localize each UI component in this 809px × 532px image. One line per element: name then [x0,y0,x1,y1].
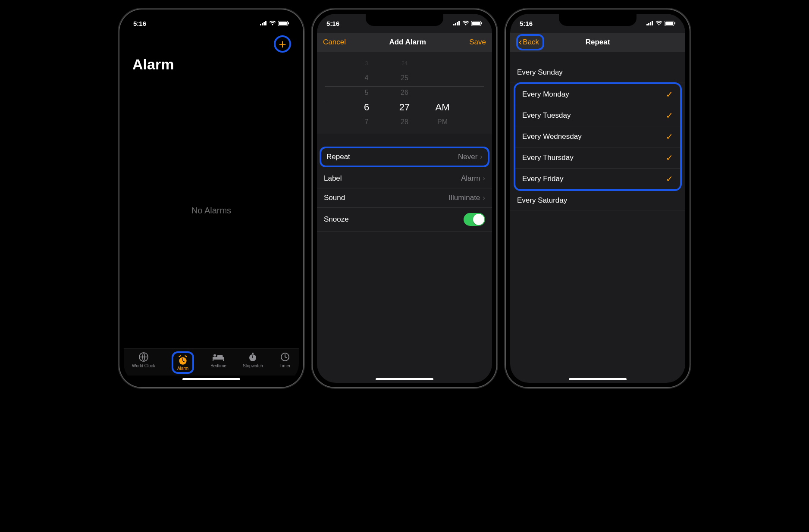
svg-rect-17 [665,22,673,25]
row-label-value: Alarm [461,174,480,183]
battery-icon [278,21,289,26]
picker-ampm-selected[interactable]: AM [431,102,454,113]
row-repeat-label: Repeat [326,153,350,161]
day-row-saturday[interactable]: Every Saturday [510,191,685,210]
svg-rect-14 [472,22,480,25]
notch [172,14,250,26]
svg-rect-18 [674,22,675,25]
day-label: Every Saturday [517,196,567,205]
save-button[interactable]: Save [469,38,486,47]
status-time: 5:16 [326,20,339,27]
svg-rect-9 [223,360,224,361]
home-indicator[interactable] [376,378,433,380]
cellular-signal-icon [646,21,653,25]
cellular-signal-icon [453,21,460,25]
phone-frame-3: 5:16 ‹ Back Re [505,9,690,388]
annotation-highlight-weekdays: Every Monday ✓ Every Tuesday ✓ Every Wed… [514,82,682,191]
tab-label: Timer [279,363,290,368]
nav-bar: Cancel Add Alarm Save [317,33,492,52]
home-indicator[interactable] [182,378,240,380]
phone-frame-1: 5:16 ＋ Alarm No Alarms [119,9,304,388]
row-label[interactable]: Label Alarm › [317,169,492,188]
chevron-right-icon: › [480,153,483,161]
battery-icon [471,21,483,26]
page-title: Alarm [124,53,299,73]
svg-rect-6 [213,354,216,357]
annotation-highlight-back: ‹ Back [516,34,544,50]
tab-bedtime[interactable]: Bedtime [210,351,226,374]
notch [366,14,443,26]
row-snooze: Snooze [317,208,492,232]
day-row-wednesday[interactable]: Every Wednesday ✓ [515,126,680,147]
status-time: 5:16 [520,20,533,27]
row-snooze-label: Snooze [324,215,349,224]
svg-rect-2 [288,22,289,25]
day-label: Every Wednesday [522,132,582,141]
picker-minute-selected[interactable]: 27 [393,102,416,113]
svg-rect-7 [217,355,223,357]
checkmark-icon: ✓ [666,153,673,163]
snooze-toggle[interactable] [464,213,485,226]
cellular-signal-icon [260,21,267,25]
svg-rect-8 [213,360,213,361]
row-sound-label: Sound [324,194,345,202]
day-row-monday[interactable]: Every Monday ✓ [515,84,680,105]
home-indicator[interactable] [569,378,627,380]
day-label: Every Sunday [517,68,563,77]
stopwatch-icon [247,351,258,363]
tab-bar: World Clock Alarm Bedtime [124,348,299,376]
alarm-clock-icon [177,355,188,366]
day-label: Every Thursday [522,153,574,162]
time-picker[interactable]: 324 425 526 6 27 AM 728PM 829 [317,52,492,134]
day-label: Every Tuesday [522,111,571,120]
svg-rect-11 [252,353,254,354]
tab-world-clock[interactable]: World Clock [132,351,155,374]
day-row-tuesday[interactable]: Every Tuesday ✓ [515,105,680,126]
svg-rect-5 [213,357,224,360]
chevron-right-icon: › [483,174,485,183]
row-repeat-value: Never [458,153,477,161]
phone-frame-2: 5:16 Cancel Add Alarm Save [312,9,497,388]
annotation-highlight-tab: Alarm [172,351,194,374]
nav-title: Add Alarm [389,38,426,47]
add-alarm-button[interactable]: ＋ [276,38,288,50]
timer-icon [279,351,291,363]
cancel-button[interactable]: Cancel [323,38,346,47]
back-label: Back [523,38,539,47]
tab-label: Stopwatch [243,363,263,368]
tab-label: World Clock [132,363,155,368]
battery-icon [665,21,676,26]
wifi-icon [269,21,276,26]
day-label: Every Monday [522,90,569,99]
day-label: Every Friday [522,175,563,183]
tab-stopwatch[interactable]: Stopwatch [243,351,263,374]
picker-hour-selected[interactable]: 6 [355,102,378,113]
chevron-left-icon: ‹ [519,37,522,48]
row-sound[interactable]: Sound Illuminate › [317,188,492,208]
row-sound-value: Illuminate [449,194,480,202]
notch [559,14,637,26]
row-label-label: Label [324,174,342,183]
bed-icon [213,351,224,363]
globe-icon [138,351,149,363]
checkmark-icon: ✓ [666,131,673,142]
row-repeat[interactable]: Repeat Never › [320,147,489,167]
tab-label: Bedtime [210,363,226,368]
svg-rect-1 [279,22,287,25]
status-time: 5:16 [133,20,146,27]
annotation-highlight-add: ＋ [274,35,291,53]
day-row-friday[interactable]: Every Friday ✓ [515,169,680,189]
chevron-right-icon: › [483,194,485,202]
day-row-thursday[interactable]: Every Thursday ✓ [515,147,680,169]
wifi-icon [655,21,662,26]
day-row-sunday[interactable]: Every Sunday [510,63,685,82]
wifi-icon [462,21,469,26]
back-button[interactable]: ‹ Back [519,37,539,48]
tab-label: Alarm [177,366,188,371]
tab-timer[interactable]: Timer [279,351,291,374]
checkmark-icon: ✓ [666,174,673,184]
empty-state-text: No Alarms [191,206,231,216]
nav-bar: ‹ Back Repeat [510,33,685,52]
tab-alarm[interactable]: Alarm [177,355,188,371]
checkmark-icon: ✓ [666,89,673,100]
